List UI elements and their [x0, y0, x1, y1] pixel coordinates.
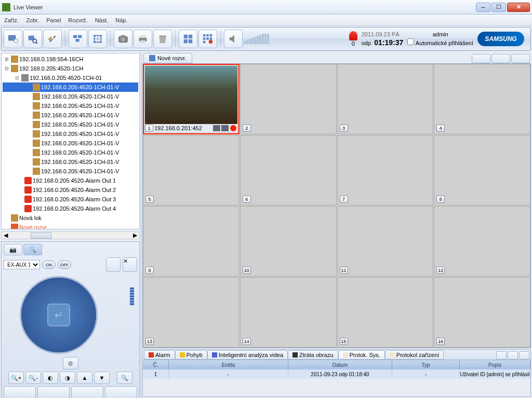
- autologin-checkbox[interactable]: [407, 38, 414, 45]
- layout-tab[interactable]: Nové rozvr.: [143, 53, 192, 63]
- grid2-button[interactable]: [198, 30, 217, 48]
- video-cell-13[interactable]: 13: [143, 277, 240, 348]
- tree-node[interactable]: ⊞192.168.0.198:554-16CH: [3, 54, 138, 64]
- tree-node-selected[interactable]: 192.168.0.205:4520-1CH-01-V: [3, 83, 138, 92]
- video-cell-1[interactable]: 1 192.168.0.201:452: [143, 64, 240, 134]
- close-button[interactable]: ✕: [507, 3, 530, 12]
- video-cell-9[interactable]: 9: [143, 206, 240, 277]
- zoom-in-button[interactable]: 🔍+: [8, 372, 24, 384]
- ptz-select-button[interactable]: [106, 257, 121, 272]
- tree-node[interactable]: ⊟192.168.0.205:4520-1CH: [3, 64, 138, 73]
- tree-alarm[interactable]: 192.168.0.205:4520-Alarm Out 4: [3, 204, 138, 213]
- log-export-button[interactable]: [496, 351, 507, 360]
- delete-button[interactable]: [153, 30, 172, 48]
- tree-alarm[interactable]: 192.168.0.205:4520-Alarm Out 1: [3, 176, 138, 185]
- video-cell-14[interactable]: 14: [240, 277, 337, 348]
- record-icon[interactable]: [230, 125, 236, 131]
- ptz-wheel[interactable]: ↵: [20, 276, 98, 354]
- settings-button[interactable]: [43, 30, 62, 48]
- video-cell-4[interactable]: 4: [434, 64, 530, 134]
- enter-icon[interactable]: ↵: [47, 304, 70, 326]
- log-col-desc[interactable]: Popis: [460, 360, 530, 369]
- iris-open-button[interactable]: ◐: [43, 372, 58, 384]
- video-cell-5[interactable]: 5: [143, 135, 240, 205]
- ptz-cancel-button[interactable]: ✕: [123, 257, 137, 272]
- grid1-button[interactable]: [179, 30, 197, 48]
- log-clear-button[interactable]: [519, 351, 529, 360]
- fullscreen-button[interactable]: [88, 30, 107, 48]
- log-tab-motion[interactable]: Pohyb: [175, 350, 207, 360]
- tree-node[interactable]: 192.168.0.205:4520-1CH-01-V: [3, 148, 138, 157]
- tree-alarm[interactable]: 192.168.0.205:4520-Alarm Out 3: [3, 195, 138, 204]
- tree-scrollbar[interactable]: ◀▶: [1, 231, 140, 239]
- snapshot-button[interactable]: [114, 30, 132, 48]
- focus-far-button[interactable]: ▼: [94, 372, 110, 384]
- grid-settings-button[interactable]: [491, 54, 510, 63]
- iris-close-button[interactable]: ◑: [60, 372, 75, 384]
- log-tab-syslog[interactable]: Protok. Sys.: [338, 350, 385, 360]
- video-cell-6[interactable]: 6: [240, 135, 337, 205]
- minimize-button[interactable]: ─: [476, 3, 490, 12]
- log-tab-videoloss[interactable]: Ztráta obrazu: [288, 350, 338, 360]
- preset-4-button[interactable]: [105, 386, 137, 398]
- tree-node[interactable]: 192.168.0.205:4520-1CH-01-V: [3, 157, 138, 167]
- device-tree[interactable]: ⊞192.168.0.198:554-16CH ⊟192.168.0.205:4…: [1, 53, 140, 229]
- log-tab-devlog[interactable]: Protokol zařízení: [385, 350, 444, 360]
- zoom-fit-button[interactable]: ⊙: [63, 357, 78, 369]
- tree-node[interactable]: Nové rozvr.: [3, 223, 138, 229]
- video-cell-8[interactable]: 8: [434, 135, 530, 205]
- maximize-button[interactable]: ☐: [491, 3, 506, 12]
- speaker-icon[interactable]: [221, 125, 229, 131]
- ptz-tab-1[interactable]: 📷: [4, 244, 22, 255]
- video-cell-12[interactable]: 12: [434, 206, 530, 277]
- tree-node[interactable]: 192.168.0.205:4520-1CH-01-V: [3, 111, 138, 120]
- log-tab-alarm[interactable]: Alarm: [144, 350, 175, 360]
- video-cell-3[interactable]: 3: [337, 64, 434, 134]
- search-button[interactable]: [23, 30, 42, 48]
- log-col-date[interactable]: Datum: [288, 360, 392, 369]
- video-cell-16[interactable]: 16: [434, 277, 530, 348]
- log-row[interactable]: 1 - 2011-09-23 odp 01:18:40 - Uživatel I…: [143, 369, 530, 379]
- volume-button[interactable]: [224, 30, 243, 48]
- log-refresh-button[interactable]: [508, 351, 518, 360]
- video-cell-10[interactable]: 10: [240, 206, 337, 277]
- menu-tools[interactable]: Nást.: [95, 17, 109, 23]
- menu-help[interactable]: Náp.: [115, 17, 127, 23]
- ptz-on-button[interactable]: ON: [42, 260, 56, 269]
- zoom-out-button[interactable]: 🔍-: [25, 372, 41, 384]
- tree-node[interactable]: 192.168.0.205:4520-1CH-01-V: [3, 139, 138, 148]
- video-cell-7[interactable]: 7: [337, 135, 434, 205]
- preset-3-button[interactable]: [71, 386, 103, 398]
- volume-indicator[interactable]: [244, 34, 269, 44]
- tree-node[interactable]: ⊟192.168.0.205:4520-1CH-01: [3, 73, 138, 83]
- tree-node[interactable]: 192.168.0.205:4520-1CH-01-V: [3, 129, 138, 139]
- log-col-type[interactable]: Typ: [392, 360, 460, 369]
- multiview-button[interactable]: [69, 30, 87, 48]
- print-button[interactable]: [134, 30, 152, 48]
- tree-node[interactable]: 192.168.0.205:4520-1CH-01-V: [3, 101, 138, 111]
- log-col-num[interactable]: Č.: [143, 360, 169, 369]
- focus-near-button[interactable]: ▲: [77, 372, 92, 384]
- connect-button[interactable]: [4, 30, 22, 48]
- tree-node[interactable]: 192.168.0.205:4520-1CH-01-V: [3, 167, 138, 176]
- tree-node[interactable]: 192.168.0.205:4520-1CH-01-V: [3, 92, 138, 101]
- menu-panel[interactable]: Panel: [46, 17, 61, 23]
- ptz-aux-select[interactable]: EX-AUX 1: [4, 260, 40, 269]
- ptz-off-button[interactable]: OFF: [58, 260, 71, 269]
- menu-device[interactable]: Zaříz.: [4, 17, 19, 23]
- video-cell-2[interactable]: 2: [240, 64, 337, 134]
- menu-layout[interactable]: Rozvrž.: [68, 17, 87, 23]
- grid-record-button[interactable]: [511, 54, 530, 63]
- grid-expand-button[interactable]: [472, 54, 490, 63]
- tree-node[interactable]: 192.168.0.205:4520-1CH-01-V: [3, 120, 138, 129]
- tree-node[interactable]: Nová lok: [3, 213, 138, 223]
- ptz-tab-2[interactable]: 🔍: [23, 244, 42, 255]
- log-col-entity[interactable]: Entita: [169, 360, 288, 369]
- tree-alarm[interactable]: 192.168.0.205:4520-Alarm Out 2: [3, 185, 138, 195]
- log-tab-iva[interactable]: Inteligentní analýza videa: [207, 350, 288, 360]
- ptz-search-button[interactable]: 🔍: [117, 372, 132, 384]
- menu-view[interactable]: Zobr.: [26, 17, 39, 23]
- video-cell-15[interactable]: 15: [337, 277, 434, 348]
- preset-1-button[interactable]: [4, 386, 36, 398]
- video-cell-11[interactable]: 11: [337, 206, 434, 277]
